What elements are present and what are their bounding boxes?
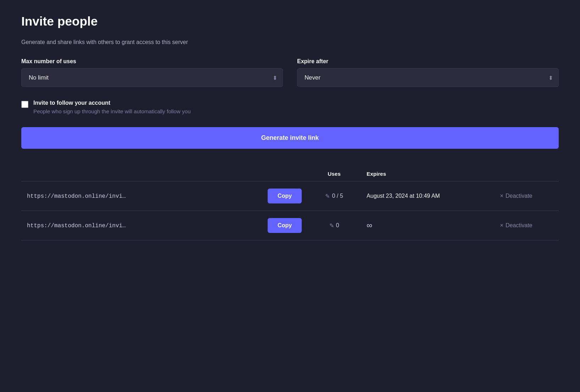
user-icon-0: ✎ bbox=[325, 193, 330, 200]
expires-cell: ∞ bbox=[361, 211, 494, 240]
expire-select[interactable]: Never 30 minutes 1 hour 6 hours 12 hours… bbox=[297, 68, 559, 87]
page-title: Invite people bbox=[21, 14, 559, 28]
invite-url: https://mastodon.online/invi… bbox=[27, 193, 126, 200]
follow-checkbox-hint: People who sign up through the invite wi… bbox=[33, 108, 191, 114]
uses-value: 0 bbox=[336, 222, 339, 229]
deactivate-label: Deactivate bbox=[505, 222, 532, 229]
invites-table: Uses Expires https://mastodon.online/inv… bbox=[21, 167, 559, 240]
close-icon: × bbox=[500, 193, 503, 199]
close-icon: × bbox=[500, 222, 503, 229]
expires-cell: August 23, 2024 at 10:49 AM bbox=[361, 181, 494, 211]
expire-group: Expire after Never 30 minutes 1 hour 6 h… bbox=[297, 58, 559, 87]
invite-url-cell: https://mastodon.online/invi… bbox=[21, 211, 262, 240]
table-row: https://mastodon.online/invi… Copy ✎ 0 ∞… bbox=[21, 211, 559, 240]
infinity-symbol: ∞ bbox=[367, 221, 372, 230]
copy-cell: Copy bbox=[262, 211, 307, 240]
generate-invite-button[interactable]: Generate invite link bbox=[21, 127, 559, 149]
max-uses-select[interactable]: No limit 1 use 5 uses 10 uses 25 uses 50… bbox=[21, 68, 283, 87]
uses-value: 0 / 5 bbox=[332, 193, 343, 199]
page-subtitle: Generate and share links with others to … bbox=[21, 39, 559, 45]
deactivate-button[interactable]: × Deactivate bbox=[500, 219, 532, 232]
uses-cell: ✎ 0 bbox=[307, 211, 361, 240]
col-header-link bbox=[21, 167, 262, 181]
expire-label: Expire after bbox=[297, 58, 559, 65]
follow-checkbox-wrapper[interactable] bbox=[21, 101, 28, 109]
follow-checkbox-label: Invite to follow your account bbox=[33, 100, 191, 106]
col-header-expires: Expires bbox=[361, 167, 494, 181]
col-header-action bbox=[494, 167, 559, 181]
expire-select-wrapper: Never 30 minutes 1 hour 6 hours 12 hours… bbox=[297, 68, 559, 87]
invite-url-cell: https://mastodon.online/invi… bbox=[21, 181, 262, 211]
table-header-row: Uses Expires bbox=[21, 167, 559, 181]
copy-button[interactable]: Copy bbox=[268, 189, 302, 203]
col-header-uses: Uses bbox=[307, 167, 361, 181]
max-uses-select-wrapper: No limit 1 use 5 uses 10 uses 25 uses 50… bbox=[21, 68, 283, 87]
deactivate-cell: × Deactivate bbox=[494, 211, 559, 240]
invite-url: https://mastodon.online/invi… bbox=[27, 223, 126, 229]
max-uses-group: Max number of uses No limit 1 use 5 uses… bbox=[21, 58, 283, 87]
follow-checkbox[interactable] bbox=[21, 101, 28, 108]
col-header-copy bbox=[262, 167, 307, 181]
deactivate-cell: × Deactivate bbox=[494, 181, 559, 211]
max-uses-label: Max number of uses bbox=[21, 58, 283, 65]
table-row: https://mastodon.online/invi… Copy ✎ 0 /… bbox=[21, 181, 559, 211]
user-icon-1: ✎ bbox=[329, 222, 334, 229]
deactivate-button[interactable]: × Deactivate bbox=[500, 190, 532, 202]
copy-button[interactable]: Copy bbox=[268, 218, 302, 233]
uses-cell: ✎ 0 / 5 bbox=[307, 181, 361, 211]
form-controls-row: Max number of uses No limit 1 use 5 uses… bbox=[21, 58, 559, 87]
copy-cell: Copy bbox=[262, 181, 307, 211]
follow-checkbox-row: Invite to follow your account People who… bbox=[21, 100, 559, 114]
follow-checkbox-text: Invite to follow your account People who… bbox=[33, 100, 191, 114]
deactivate-label: Deactivate bbox=[505, 193, 532, 199]
expires-date: August 23, 2024 at 10:49 AM bbox=[367, 193, 440, 199]
